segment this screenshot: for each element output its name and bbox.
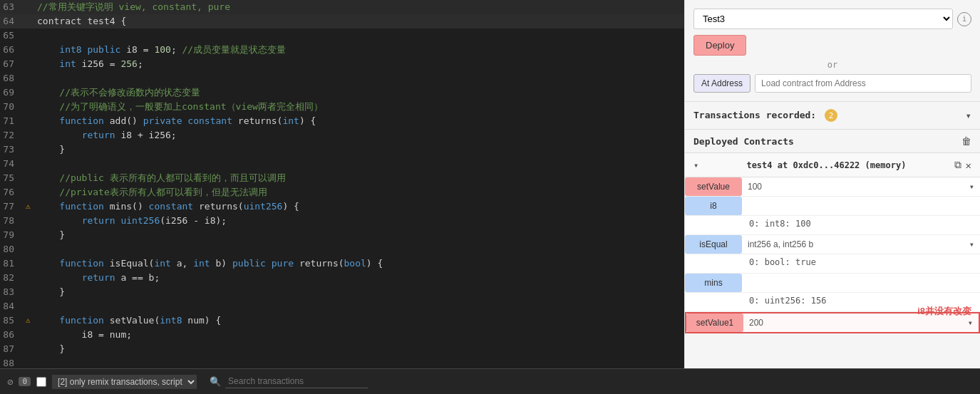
- transactions-chevron: ▾: [966, 110, 971, 121]
- line-number: 63: [0, 0, 26, 14]
- line-number: 77: [0, 199, 26, 214]
- code-line: 81 function isEqual(int a, int b) public…: [0, 256, 684, 271]
- trash-icon[interactable]: 🗑: [961, 135, 971, 147]
- code-line: 77⚠ function mins() constant returns(uin…: [0, 199, 684, 214]
- fn-row-i8: i8: [685, 197, 980, 216]
- line-number: 71: [0, 114, 26, 128]
- transactions-badge: 2: [825, 109, 837, 122]
- line-warning: ⚠: [26, 313, 37, 328]
- line-number: 79: [0, 228, 26, 242]
- line-number: 80: [0, 242, 26, 256]
- contract-instance-name: test4 at 0xdc0...46222 (memory): [703, 160, 949, 170]
- fn-result-isEqual: 0: bool: true: [685, 254, 980, 274]
- line-number: 72: [0, 128, 26, 142]
- code-line: 66 int8 public i8 = 100; //成员变量就是状态变量: [0, 43, 684, 57]
- fn-input-isEqual[interactable]: [742, 235, 964, 254]
- at-address-row: At Address: [693, 74, 971, 93]
- code-line: 78 return uint256(i256 - i8);: [0, 214, 684, 228]
- line-number: 66: [0, 43, 26, 57]
- line-content: contract test4 {: [37, 14, 126, 28]
- line-content: //常用关键字说明 view, constant, pure: [37, 0, 230, 14]
- line-content: i8 = num;: [37, 328, 132, 342]
- line-number: 84: [0, 299, 26, 313]
- line-number: 65: [0, 28, 26, 43]
- line-content: }: [37, 342, 65, 356]
- line-number: 69: [0, 85, 26, 100]
- deploy-button[interactable]: Deploy: [693, 35, 746, 56]
- search-input[interactable]: [225, 375, 368, 388]
- line-number: 70: [0, 100, 26, 114]
- code-panel: 63//常用关键字说明 view, constant, pure64contra…: [0, 0, 684, 368]
- code-line: 87 }: [0, 342, 684, 356]
- line-content: function add() private constant returns(…: [37, 114, 316, 128]
- contract-chevron-icon: ▾: [693, 160, 698, 170]
- code-line: 88: [0, 356, 684, 368]
- line-number: 86: [0, 328, 26, 342]
- line-number: 85: [0, 313, 26, 328]
- at-address-input[interactable]: [755, 74, 971, 93]
- line-number: 73: [0, 142, 26, 157]
- line-content: return i8 + i256;: [37, 128, 177, 142]
- line-number: 83: [0, 285, 26, 299]
- line-number: 68: [0, 71, 26, 85]
- line-number: 88: [0, 356, 26, 368]
- fn-input-setValue[interactable]: [742, 177, 964, 196]
- contract-select[interactable]: Test3 test4: [693, 9, 953, 29]
- deploy-section: Test3 test4 i Deploy or At Address: [685, 0, 980, 102]
- line-content: int8 public i8 = 100; //成员变量就是状态变量: [37, 43, 286, 57]
- fn-btn-setValue1[interactable]: setValue1: [686, 313, 743, 332]
- code-line: 68: [0, 71, 684, 85]
- fn-btn-i8[interactable]: i8: [685, 197, 742, 215]
- fn-chevron-isEqual[interactable]: ▾: [964, 235, 980, 254]
- line-content: }: [37, 285, 65, 299]
- code-line: 76 //private表示所有人都可以看到，但是无法调用: [0, 185, 684, 199]
- contract-select-row: Test3 test4 i: [693, 9, 971, 29]
- fn-btn-setValue[interactable]: setValue: [685, 177, 742, 196]
- fn-chevron-setValue[interactable]: ▾: [964, 177, 980, 196]
- code-line: 74: [0, 157, 684, 171]
- code-lines: 63//常用关键字说明 view, constant, pure64contra…: [0, 0, 684, 368]
- bottom-bar: ⊘ 0 [2] only remix transactions, script …: [0, 368, 980, 394]
- line-number: 75: [0, 171, 26, 185]
- code-line: 67 int i256 = 256;: [0, 57, 684, 71]
- code-line: 75 //public 表示所有的人都可以看到的，而且可以调用: [0, 171, 684, 185]
- search-area: 🔍: [210, 375, 973, 388]
- code-line: 80: [0, 242, 684, 256]
- line-warning: ⚠: [26, 199, 37, 214]
- line-number: 78: [0, 214, 26, 228]
- line-number: 67: [0, 57, 26, 71]
- code-line: 86 i8 = num;: [0, 328, 684, 342]
- code-line: 79 }: [0, 228, 684, 242]
- code-line: 83 }: [0, 285, 684, 299]
- fn-btn-isEqual[interactable]: isEqual: [685, 235, 742, 254]
- code-line: 85⚠ function setValue(int8 num) {: [0, 313, 684, 328]
- transactions-section[interactable]: Transactions recorded: 2 ▾: [685, 102, 980, 130]
- line-content: }: [37, 142, 65, 157]
- deployed-section: Deployed Contracts 🗑: [685, 130, 980, 153]
- script-checkbox[interactable]: [36, 377, 46, 387]
- annotation-label: i8并没有改变: [917, 305, 971, 318]
- or-text: or: [693, 60, 971, 70]
- code-line: 71 function add() private constant retur…: [0, 114, 684, 128]
- script-select[interactable]: [2] only remix transactions, script: [52, 375, 197, 389]
- stop-icon[interactable]: ⊘: [7, 376, 13, 388]
- contract-close-icon[interactable]: ✕: [966, 160, 971, 171]
- line-number: 81: [0, 256, 26, 271]
- line-number: 64: [0, 14, 26, 28]
- line-content: //表示不会修改函数内的状态变量: [37, 85, 200, 100]
- contract-instance-header[interactable]: ▾ test4 at 0xdc0...46222 (memory) ⧉ ✕: [685, 153, 980, 177]
- line-content: function isEqual(int a, int b) public pu…: [37, 256, 383, 271]
- right-panel: Test3 test4 i Deploy or At Address Trans…: [684, 0, 980, 368]
- line-content: //public 表示所有的人都可以看到的，而且可以调用: [37, 171, 286, 185]
- code-line: 70 //为了明确语义，一般要加上constant（view两者完全相同）: [0, 100, 684, 114]
- at-address-button[interactable]: At Address: [693, 74, 751, 93]
- line-content: int i256 = 256;: [37, 57, 143, 71]
- line-content: function mins() constant returns(uint256…: [37, 199, 299, 214]
- code-line: 72 return i8 + i256;: [0, 128, 684, 142]
- copy-icon[interactable]: ⧉: [954, 159, 961, 171]
- fn-btn-mins[interactable]: mins: [685, 274, 742, 292]
- line-number: 87: [0, 342, 26, 356]
- line-number: 82: [0, 271, 26, 285]
- code-line: 64contract test4 {: [0, 14, 684, 28]
- info-icon[interactable]: i: [957, 12, 971, 26]
